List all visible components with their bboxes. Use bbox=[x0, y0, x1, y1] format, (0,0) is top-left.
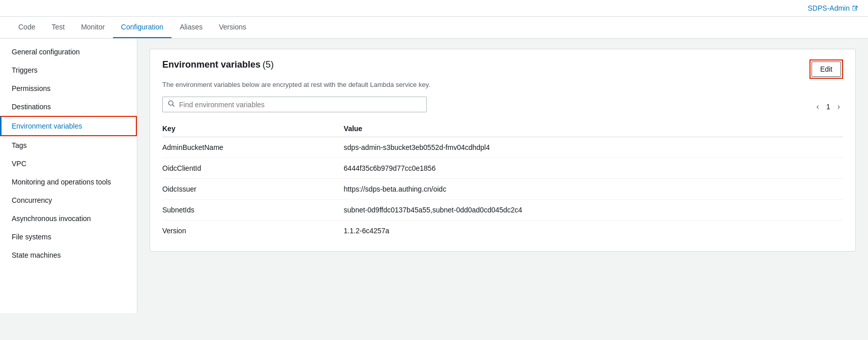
tab-aliases[interactable]: Aliases bbox=[171, 17, 211, 38]
main-content: General configuration Triggers Permissio… bbox=[0, 39, 868, 313]
pagination-next-button[interactable]: › bbox=[834, 101, 843, 112]
external-link-icon bbox=[852, 5, 858, 11]
search-pagination-row: ‹ 1 › bbox=[162, 97, 843, 120]
edit-button-wrapper: Edit bbox=[809, 59, 843, 79]
table-cell-value: https://sdps-beta.authing.cn/oidc bbox=[344, 179, 843, 200]
table-row: AdminBucketNamesdps-admin-s3bucket3eb055… bbox=[162, 137, 843, 158]
edit-button[interactable]: Edit bbox=[812, 61, 841, 77]
table-cell-value: 1.1.2-6c4257a bbox=[344, 221, 843, 241]
table-cell-value: sdps-admin-s3bucket3eb0552d-fmv04cdhdpl4 bbox=[344, 137, 843, 158]
table-cell-value: subnet-0d9ffdc0137b45a55,subnet-0dd0ad0c… bbox=[344, 200, 843, 221]
table-row: Version1.1.2-6c4257a bbox=[162, 221, 843, 241]
col-value-header: Value bbox=[344, 120, 843, 137]
table-row: SubnetIdssubnet-0d9ffdc0137b45a55,subnet… bbox=[162, 200, 843, 221]
tab-code[interactable]: Code bbox=[10, 17, 43, 38]
table-cell-key: AdminBucketName bbox=[162, 137, 344, 158]
pagination-current: 1 bbox=[826, 103, 830, 111]
tab-monitor[interactable]: Monitor bbox=[73, 17, 113, 38]
sidebar-item-file-systems[interactable]: File systems bbox=[0, 228, 137, 246]
svg-line-1 bbox=[172, 105, 174, 106]
sidebar-item-vpc[interactable]: VPC bbox=[0, 154, 137, 173]
sidebar-item-tags[interactable]: Tags bbox=[0, 136, 137, 154]
tab-versions[interactable]: Versions bbox=[211, 17, 254, 38]
env-title-area: Environment variables (5) bbox=[162, 59, 274, 70]
sidebar-item-destinations[interactable]: Destinations bbox=[0, 98, 137, 116]
table-cell-value: 6444f35c6b979d77cc0e1856 bbox=[344, 158, 843, 179]
sdps-admin-link-label: SDPS-Admin bbox=[808, 4, 850, 12]
search-icon bbox=[168, 100, 175, 109]
env-count-num: (5) bbox=[263, 59, 274, 70]
table-cell-key: OidcClientId bbox=[162, 158, 344, 179]
sidebar-item-asynchronous-invocation[interactable]: Asynchronous invocation bbox=[0, 209, 137, 228]
tab-test[interactable]: Test bbox=[43, 17, 73, 38]
table-row: OidcIssuerhttps://sdps-beta.authing.cn/o… bbox=[162, 179, 843, 200]
search-bar[interactable] bbox=[162, 97, 427, 112]
env-table: Key Value AdminBucketNamesdps-admin-s3bu… bbox=[162, 120, 843, 241]
sidebar-item-permissions[interactable]: Permissions bbox=[0, 79, 137, 98]
pagination-prev-button[interactable]: ‹ bbox=[814, 101, 822, 112]
sidebar: General configuration Triggers Permissio… bbox=[0, 39, 137, 313]
env-variables-card: Environment variables (5) Edit The envir… bbox=[150, 49, 856, 252]
env-header: Environment variables (5) Edit bbox=[162, 59, 843, 79]
table-header-row: Key Value bbox=[162, 120, 843, 137]
sidebar-item-general-configuration[interactable]: General configuration bbox=[0, 43, 137, 61]
pagination: ‹ 1 › bbox=[814, 101, 843, 112]
sidebar-item-monitoring-and-operations-tools[interactable]: Monitoring and operations tools bbox=[0, 173, 137, 191]
sidebar-item-triggers[interactable]: Triggers bbox=[0, 61, 137, 79]
table-row: OidcClientId6444f35c6b979d77cc0e1856 bbox=[162, 158, 843, 179]
env-subtitle: The environment variables below are encr… bbox=[162, 81, 843, 88]
search-input[interactable] bbox=[179, 101, 421, 109]
sidebar-item-concurrency[interactable]: Concurrency bbox=[0, 191, 137, 209]
content-area: Environment variables (5) Edit The envir… bbox=[137, 39, 868, 313]
table-cell-key: SubnetIds bbox=[162, 200, 344, 221]
table-cell-key: Version bbox=[162, 221, 344, 241]
env-title: Environment variables bbox=[162, 59, 261, 70]
tabs-bar: Code Test Monitor Configuration Aliases … bbox=[0, 17, 868, 39]
tab-configuration[interactable]: Configuration bbox=[113, 17, 171, 38]
top-bar: SDPS-Admin bbox=[0, 0, 868, 17]
sidebar-item-state-machines[interactable]: State machines bbox=[0, 246, 137, 264]
table-cell-key: OidcIssuer bbox=[162, 179, 344, 200]
sdps-admin-link[interactable]: SDPS-Admin bbox=[808, 4, 858, 12]
sidebar-item-environment-variables[interactable]: Environment variables bbox=[0, 116, 137, 136]
col-key-header: Key bbox=[162, 120, 344, 137]
